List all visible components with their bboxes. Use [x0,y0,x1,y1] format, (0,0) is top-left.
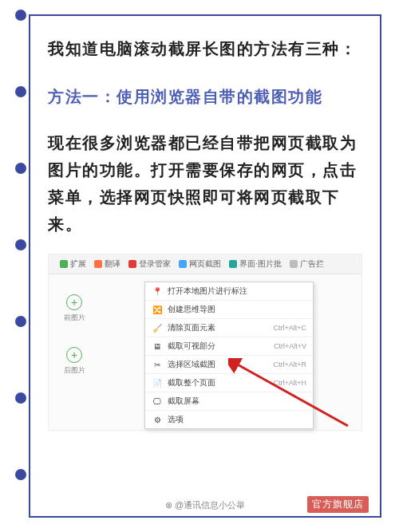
tab-label: 前图片 [64,313,85,323]
toolbar-extensions[interactable]: 扩展 [60,258,86,270]
gear-icon: ⚙ [152,416,163,424]
method-1-body: 现在很多浏览器都已经自带把网页截取为图片的功能。打开需要保存的网页，点击菜单，选… [48,129,362,238]
toolbar-screenshot[interactable]: 网页截图 [179,258,221,270]
menu-capture-full-page[interactable]: 📄 截取整个页面 Ctrl+Alt+H [145,374,313,392]
tab-before-image[interactable]: + 前图片 [57,294,92,323]
toolbar-login[interactable]: 登录管家 [128,258,171,270]
broom-icon: 🧹 [152,324,163,333]
context-menu: 📍 打开本地图片进行标注 🔀 创建思维导图 🧹 清除页面元素 Ctrl+Alt+… [144,282,314,429]
content-card: 我知道电脑滚动截屏长图的方法有三种： 方法一：使用浏览器自带的截图功能 现在很多… [29,14,381,518]
left-tabs: + 前图片 + 后图片 [57,294,92,400]
pin-icon: 📍 [152,287,163,296]
browser-toolbar: 扩展 翻译 登录管家 网页截图 界面·图片批 广告拦 [49,254,361,274]
mindmap-icon: 🔀 [152,305,163,314]
menu-capture-visible[interactable]: 🖥 截取可视部分 Ctrl+Alt+V [145,337,313,356]
menu-capture-screen[interactable]: 🖵 截取屏幕 [145,392,313,411]
menu-capture-region[interactable]: ✂ 选择区域截图 Ctrl+Alt+R [145,356,313,374]
page: 我知道电脑滚动截屏长图的方法有三种： 方法一：使用浏览器自带的截图功能 现在很多… [0,0,399,532]
menu-options[interactable]: ⚙ 选项 [145,411,313,428]
screen-icon: 🖵 [152,397,163,406]
plus-icon: + [66,294,82,310]
tab-label: 后图片 [64,365,85,376]
source-attribution: ⊗ @通讯信息小公举 [165,499,245,511]
plus-icon: + [66,347,82,363]
toolbar-ui[interactable]: 界面·图片批 [229,258,282,270]
intro-text: 我知道电脑滚动截屏长图的方法有三种： [48,35,362,62]
tab-after-image[interactable]: + 后图片 [57,347,92,376]
page-icon: 📄 [152,379,163,388]
method-1-title: 方法一：使用浏览器自带的截图功能 [48,83,362,110]
menu-clear-elements[interactable]: 🧹 清除页面元素 Ctrl+Alt+C [145,319,313,337]
watermark-badge: 官方旗舰店 [307,496,369,513]
menu-mindmap[interactable]: 🔀 创建思维导图 [145,301,313,319]
embedded-screenshot: 扩展 翻译 登录管家 网页截图 界面·图片批 广告拦 + 前图片 + 后图片 [48,254,362,431]
binder-dots [13,0,29,532]
menu-open-local-image[interactable]: 📍 打开本地图片进行标注 [145,282,313,301]
toolbar-translate[interactable]: 翻译 [94,258,120,270]
monitor-icon: 🖥 [152,342,163,351]
toolbar-adblock[interactable]: 广告拦 [290,258,324,270]
scissors-icon: ✂ [152,361,163,369]
